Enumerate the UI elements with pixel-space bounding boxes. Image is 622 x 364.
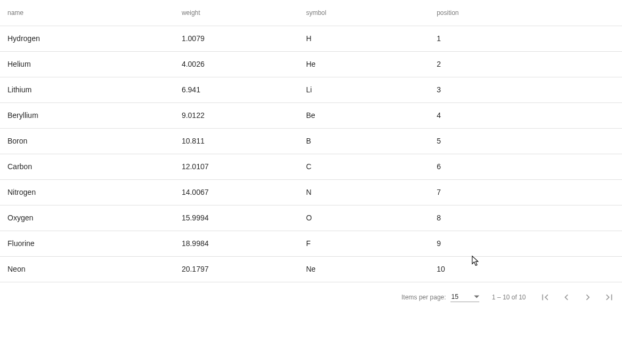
- first-page-button[interactable]: [539, 291, 551, 304]
- table-row: Hydrogen1.0079H1: [0, 26, 622, 51]
- cell-position: 9: [429, 231, 622, 256]
- chevron-down-icon: [474, 296, 479, 298]
- table-row: Oxygen15.9994O8: [0, 205, 622, 231]
- cell-name: Oxygen: [0, 205, 174, 231]
- cell-weight: 6.941: [174, 77, 299, 102]
- page-size-select[interactable]: 15: [450, 292, 479, 302]
- col-header-symbol[interactable]: symbol: [299, 0, 429, 26]
- cell-weight: 15.9994: [174, 205, 299, 231]
- table-row: Nitrogen14.0067N7: [0, 179, 622, 205]
- cell-symbol: Ne: [299, 256, 429, 282]
- col-header-name[interactable]: name: [0, 0, 174, 26]
- col-header-weight[interactable]: weight: [174, 0, 299, 26]
- cell-position: 6: [429, 154, 622, 179]
- cell-weight: 10.811: [174, 128, 299, 154]
- cell-weight: 9.0122: [174, 102, 299, 128]
- cell-name: Beryllium: [0, 102, 174, 128]
- cell-position: 5: [429, 128, 622, 154]
- cell-position: 10: [429, 256, 622, 282]
- paginator-nav: [539, 291, 616, 304]
- table-row: Neon20.1797Ne10: [0, 256, 622, 282]
- cell-symbol: C: [299, 154, 429, 179]
- cell-symbol: N: [299, 179, 429, 205]
- page-size-value: 15: [452, 293, 458, 300]
- table-header-row: name weight symbol position: [0, 0, 622, 26]
- chevron-right-icon: [582, 291, 594, 303]
- cell-weight: 18.9984: [174, 231, 299, 256]
- cell-name: Lithium: [0, 77, 174, 102]
- cell-weight: 4.0026: [174, 51, 299, 77]
- chevron-left-icon: [561, 291, 572, 303]
- cell-symbol: O: [299, 205, 429, 231]
- table-row: Beryllium9.0122Be4: [0, 102, 622, 128]
- table-row: Carbon12.0107C6: [0, 154, 622, 179]
- table-row: Helium4.0026He2: [0, 51, 622, 77]
- range-label: 1 – 10 of 10: [492, 294, 526, 301]
- cell-name: Neon: [0, 256, 174, 282]
- cell-name: Hydrogen: [0, 26, 174, 51]
- cell-position: 8: [429, 205, 622, 231]
- last-page-button[interactable]: [603, 291, 616, 304]
- last-page-icon: [603, 291, 615, 303]
- next-page-button[interactable]: [581, 291, 594, 304]
- cell-symbol: F: [299, 231, 429, 256]
- cell-weight: 20.1797: [174, 256, 299, 282]
- cell-name: Nitrogen: [0, 179, 174, 205]
- cell-position: 1: [429, 26, 622, 51]
- cell-position: 3: [429, 77, 622, 102]
- col-header-position[interactable]: position: [429, 0, 622, 26]
- items-per-page: Items per page: 15: [401, 292, 479, 302]
- first-page-icon: [539, 291, 551, 303]
- cell-symbol: He: [299, 51, 429, 77]
- data-table: name weight symbol position Hydrogen1.00…: [0, 0, 622, 282]
- prev-page-button[interactable]: [560, 291, 573, 304]
- paginator: Items per page: 15 1 – 10 of 10: [0, 282, 622, 312]
- cell-weight: 1.0079: [174, 26, 299, 51]
- table-row: Lithium6.941Li3: [0, 77, 622, 102]
- table-row: Boron10.811B5: [0, 128, 622, 154]
- cell-weight: 12.0107: [174, 154, 299, 179]
- cell-symbol: Li: [299, 77, 429, 102]
- cell-symbol: B: [299, 128, 429, 154]
- cell-symbol: H: [299, 26, 429, 51]
- cell-name: Carbon: [0, 154, 174, 179]
- cell-position: 2: [429, 51, 622, 77]
- cell-name: Fluorine: [0, 231, 174, 256]
- table-row: Fluorine18.9984F9: [0, 231, 622, 256]
- cell-name: Boron: [0, 128, 174, 154]
- cell-weight: 14.0067: [174, 179, 299, 205]
- cell-position: 4: [429, 102, 622, 128]
- items-per-page-label: Items per page:: [401, 294, 446, 301]
- cell-position: 7: [429, 179, 622, 205]
- cell-name: Helium: [0, 51, 174, 77]
- cell-symbol: Be: [299, 102, 429, 128]
